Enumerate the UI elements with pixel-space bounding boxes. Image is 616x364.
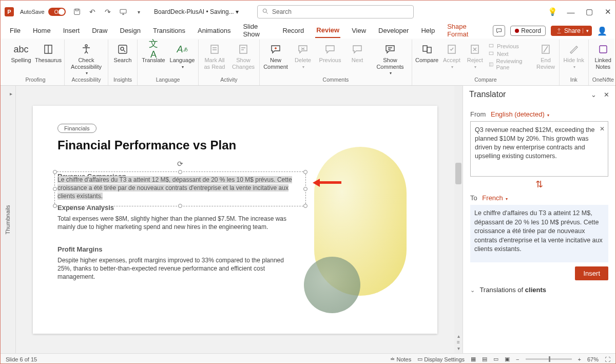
thesaurus-button[interactable]: Thesaurus: [35, 41, 61, 64]
tab-animations[interactable]: Animations: [197, 25, 232, 37]
collapse-ribbon-icon[interactable]: ⌃: [606, 76, 610, 83]
group-compare: Compare Accept▾ Reject▾ Previous Next Re…: [412, 40, 560, 85]
compare-button[interactable]: Compare: [415, 41, 438, 64]
end-review-icon: [539, 43, 552, 56]
zoom-slider[interactable]: [526, 358, 572, 360]
handle-se[interactable]: [303, 204, 307, 208]
tab-file[interactable]: File: [9, 25, 22, 37]
spelling-button[interactable]: abcSpelling: [10, 41, 32, 64]
zoom-level[interactable]: 67%: [587, 356, 599, 362]
tab-transitions[interactable]: Transitions: [152, 25, 186, 37]
language-icon: Aあ: [176, 43, 189, 56]
view-normal-icon[interactable]: ▦: [471, 356, 476, 362]
end-review-button: End Review: [535, 41, 555, 70]
handle-s[interactable]: [178, 204, 182, 208]
tab-insert[interactable]: Insert: [62, 25, 81, 37]
tab-design[interactable]: Design: [119, 25, 142, 37]
zoom-out-icon[interactable]: −: [516, 356, 519, 362]
app-icon: P: [5, 7, 14, 16]
title-bar: P AutoSave On ↶ ↷ ▾ BoardDeck-PlusAI • S…: [1, 1, 615, 23]
linked-notes-button[interactable]: NLinked Notes: [592, 41, 614, 70]
view-reading-icon[interactable]: ▭: [493, 356, 498, 362]
tab-developer[interactable]: Developer: [377, 25, 410, 37]
redo-icon[interactable]: ↷: [104, 8, 112, 16]
reviewing-pane: Reviewing Pane: [488, 58, 532, 70]
undo-icon[interactable]: ↶: [88, 8, 97, 16]
status-bar: Slide 6 of 15 ≐Notes ▭Display Settings ▦…: [1, 353, 615, 364]
minimize-icon[interactable]: ―: [567, 8, 574, 15]
source-text-box[interactable]: Q3 revenue reached $12M, exceeding the p…: [470, 121, 608, 177]
document-title[interactable]: BoardDeck-PlusAI • Saving... ▾: [154, 8, 239, 15]
handle-w[interactable]: [53, 187, 57, 191]
swap-languages-icon[interactable]: ⇅: [470, 179, 608, 190]
tab-help[interactable]: Help: [420, 25, 436, 37]
tab-home[interactable]: Home: [32, 25, 52, 37]
tab-draw[interactable]: Draw: [91, 25, 108, 37]
smart-lookup-button[interactable]: Search: [111, 41, 134, 64]
scrollbar-thumb[interactable]: [455, 163, 461, 184]
slide-counter[interactable]: Slide 6 of 15: [6, 356, 37, 362]
pane-menu-icon[interactable]: ⌄: [591, 91, 596, 99]
new-comment-button[interactable]: New Comment: [263, 41, 288, 70]
handle-ne[interactable]: [303, 170, 307, 174]
check-accessibility-button[interactable]: Check Accessibility▾: [68, 41, 105, 75]
fit-to-window-icon[interactable]: ⛶: [605, 356, 610, 362]
search-input[interactable]: Search: [257, 5, 414, 18]
insert-button[interactable]: Insert: [575, 266, 608, 280]
section3-body: Despite higher expenses, profit margins …: [57, 256, 294, 281]
save-icon[interactable]: [73, 8, 81, 16]
tab-record[interactable]: Record: [281, 25, 305, 37]
handle-e[interactable]: [303, 187, 307, 191]
slide-nav-arrows[interactable]: ▴≡▾: [454, 333, 463, 351]
share-button[interactable]: Share▾: [551, 26, 592, 36]
to-label: To: [470, 194, 477, 202]
display-settings-button[interactable]: ▭Display Settings: [417, 356, 465, 362]
handle-n[interactable]: [178, 170, 182, 174]
compare-next: Next: [488, 50, 532, 57]
group-activity: Mark All as Read Show Changes Activity: [199, 40, 260, 85]
group-label: Comments: [323, 76, 349, 85]
clear-icon[interactable]: ✕: [600, 125, 605, 133]
language-button[interactable]: AあLanguage▾: [169, 41, 195, 69]
chevron-down-icon: ▾: [506, 197, 508, 201]
thesaurus-icon: [42, 43, 55, 56]
group-label: Activity: [220, 76, 237, 85]
section1-body[interactable]: Le chiffre d'affaires du T3 a atteint 12…: [57, 176, 302, 201]
show-comments-button[interactable]: Show Comments▾: [372, 41, 409, 75]
maximize-icon[interactable]: ▢: [586, 8, 593, 15]
pane-close-icon[interactable]: ✕: [604, 91, 609, 99]
autosave-state: On: [54, 9, 61, 15]
ribbon: abcSpelling Thesaurus Proofing Check Acc…: [1, 39, 615, 86]
record-dot-icon: [515, 29, 519, 33]
from-language[interactable]: From English (detected) ▾: [470, 110, 608, 118]
notes-button[interactable]: ≐Notes: [390, 356, 411, 362]
to-language[interactable]: To French ▾: [470, 194, 608, 202]
tab-shape-format[interactable]: Shape Format: [446, 21, 483, 41]
handle-sw[interactable]: [53, 204, 57, 208]
view-sorter-icon[interactable]: ▤: [482, 356, 487, 362]
thumbnails-rail[interactable]: Thumbnails: [1, 86, 16, 353]
qat-overflow-icon[interactable]: ▾: [134, 8, 143, 16]
zoom-in-icon[interactable]: +: [578, 356, 581, 362]
rotate-handle-icon[interactable]: ⟳: [177, 160, 183, 168]
view-slideshow-icon[interactable]: ▣: [505, 356, 510, 362]
record-button[interactable]: Record: [510, 26, 546, 36]
present-icon[interactable]: [119, 8, 127, 16]
lightbulb-icon[interactable]: 💡: [549, 8, 556, 15]
autosave-toggle[interactable]: AutoSave On: [20, 8, 66, 16]
vertical-scrollbar[interactable]: ▴≡▾: [454, 86, 463, 353]
share-caret-icon[interactable]: ▾: [583, 28, 589, 33]
thumbnails-expand-icon[interactable]: ▸: [10, 91, 12, 97]
tab-slideshow[interactable]: Slide Show: [242, 21, 271, 41]
close-icon[interactable]: ✕: [604, 8, 611, 15]
translations-of[interactable]: ⌄ Translations of clients: [470, 286, 608, 294]
group-label: Compare: [474, 76, 496, 85]
account-icon[interactable]: 👤: [597, 26, 607, 36]
chevron-down-icon: ▾: [547, 113, 549, 118]
translate-button[interactable]: 文ATranslate: [141, 41, 166, 64]
handle-nw[interactable]: [53, 170, 57, 174]
comments-button[interactable]: [493, 25, 505, 36]
tab-review[interactable]: Review: [315, 24, 340, 38]
tab-view[interactable]: View: [351, 25, 367, 37]
slide-canvas[interactable]: Financials Financial Performance vs Plan…: [16, 86, 454, 353]
